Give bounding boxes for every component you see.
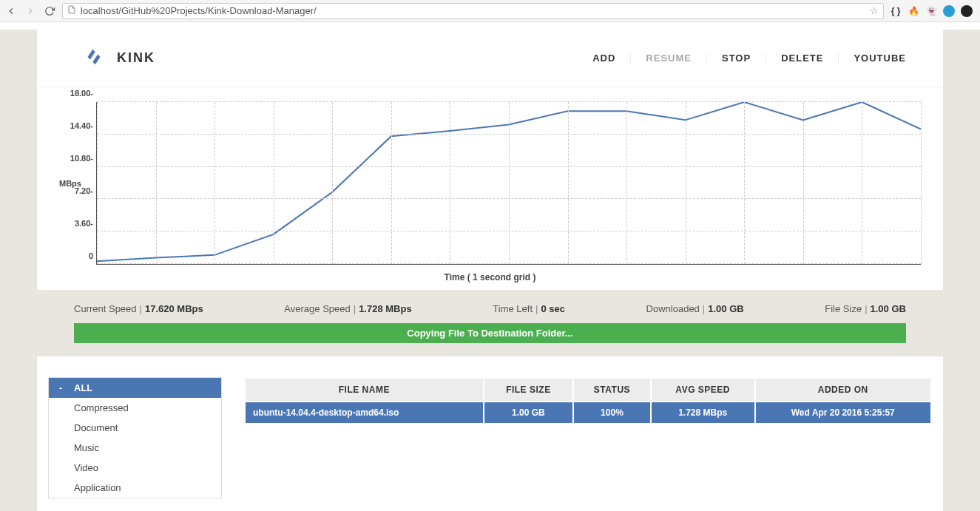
circle-icon[interactable] bbox=[943, 5, 955, 17]
downloads-table-wrap: FILE NAMEFILE SIZESTATUSAVG SPEEDADDED O… bbox=[244, 377, 932, 424]
sidebar-item-application[interactable]: Application bbox=[49, 478, 221, 498]
cell-file-size: 1.00 GB bbox=[484, 402, 573, 424]
browser-toolbar: localhost/GitHub%20Projects/Kink-Downloa… bbox=[0, 0, 980, 22]
nav-resume[interactable]: RESUME bbox=[630, 53, 706, 64]
col-status[interactable]: STATUS bbox=[573, 378, 651, 402]
downloads-section: ALLCompressedDocumentMusicVideoApplicati… bbox=[37, 356, 943, 511]
ghost-icon[interactable]: 👻 bbox=[925, 5, 937, 17]
logo-icon bbox=[81, 44, 107, 72]
extension-icons: { } 🔥 👻 bbox=[890, 5, 976, 17]
stat-file-size: File Size|1.00 GB bbox=[825, 303, 906, 314]
nav-add[interactable]: ADD bbox=[578, 53, 630, 64]
brand-name: KINK bbox=[117, 50, 155, 66]
y-axis: MBps 03.60-7.20-10.80-14.40-18.00- bbox=[59, 102, 96, 265]
col-file-size[interactable]: FILE SIZE bbox=[484, 378, 573, 402]
status-banner: Copying File To Destination Folder... bbox=[74, 323, 906, 343]
col-added-on[interactable]: ADDED ON bbox=[755, 378, 931, 402]
col-avg-speed[interactable]: AVG SPEED bbox=[651, 378, 755, 402]
reload-button[interactable] bbox=[43, 4, 56, 18]
category-sidebar: ALLCompressedDocumentMusicVideoApplicati… bbox=[48, 377, 222, 498]
nav-delete[interactable]: DELETE bbox=[766, 53, 838, 64]
flame-icon[interactable]: 🔥 bbox=[908, 5, 919, 17]
stat-time-left: Time Left|0 sec bbox=[493, 303, 565, 314]
speed-chart-card: MBps 03.60-7.20-10.80-14.40-18.00- Time … bbox=[37, 87, 943, 290]
logo: KINK bbox=[81, 44, 155, 72]
sidebar-item-video[interactable]: Video bbox=[49, 458, 221, 478]
cell-avg-speed: 1.728 MBps bbox=[651, 402, 755, 424]
sidebar-item-all[interactable]: ALL bbox=[49, 378, 221, 398]
col-file-name[interactable]: FILE NAME bbox=[245, 378, 484, 402]
x-axis-label: Time ( 1 second grid ) bbox=[59, 272, 921, 282]
stats-bar: Current Speed|17.620 MBps Average Speed|… bbox=[37, 290, 943, 323]
cell-file-name: ubuntu-14.04.4-desktop-amd64.iso bbox=[245, 402, 484, 424]
chart-plot-area bbox=[96, 102, 921, 265]
bookmark-star-icon[interactable]: ☆ bbox=[870, 5, 879, 16]
table-row[interactable]: ubuntu-14.04.4-desktop-amd64.iso1.00 GB1… bbox=[245, 402, 931, 424]
braces-icon[interactable]: { } bbox=[890, 5, 902, 17]
nav-youtube[interactable]: YOUTUBE bbox=[838, 53, 921, 64]
page-icon bbox=[67, 5, 76, 16]
cell-added-on: Wed Apr 20 2016 5:25:57 bbox=[755, 402, 931, 424]
stat-current-speed: Current Speed|17.620 MBps bbox=[74, 303, 203, 314]
sidebar-item-music[interactable]: Music bbox=[49, 438, 221, 458]
back-button[interactable] bbox=[4, 4, 18, 18]
stat-downloaded: Downloaded|1.00 GB bbox=[646, 303, 744, 314]
url-text: localhost/GitHub%20Projects/Kink-Downloa… bbox=[81, 5, 317, 16]
app-header: KINK ADD RESUME STOP DELETE YOUTUBE bbox=[37, 30, 943, 87]
dark-circle-icon[interactable] bbox=[961, 5, 973, 17]
main-nav: ADD RESUME STOP DELETE YOUTUBE bbox=[578, 53, 921, 64]
stat-avg-speed: Average Speed|1.728 MBps bbox=[284, 303, 411, 314]
nav-stop[interactable]: STOP bbox=[706, 53, 766, 64]
sidebar-item-compressed[interactable]: Compressed bbox=[49, 398, 221, 418]
cell-status: 100% bbox=[573, 402, 651, 424]
url-bar[interactable]: localhost/GitHub%20Projects/Kink-Downloa… bbox=[62, 3, 884, 19]
sidebar-item-document[interactable]: Document bbox=[49, 418, 221, 438]
downloads-table: FILE NAMEFILE SIZESTATUSAVG SPEEDADDED O… bbox=[244, 377, 932, 424]
forward-button[interactable] bbox=[24, 4, 37, 18]
